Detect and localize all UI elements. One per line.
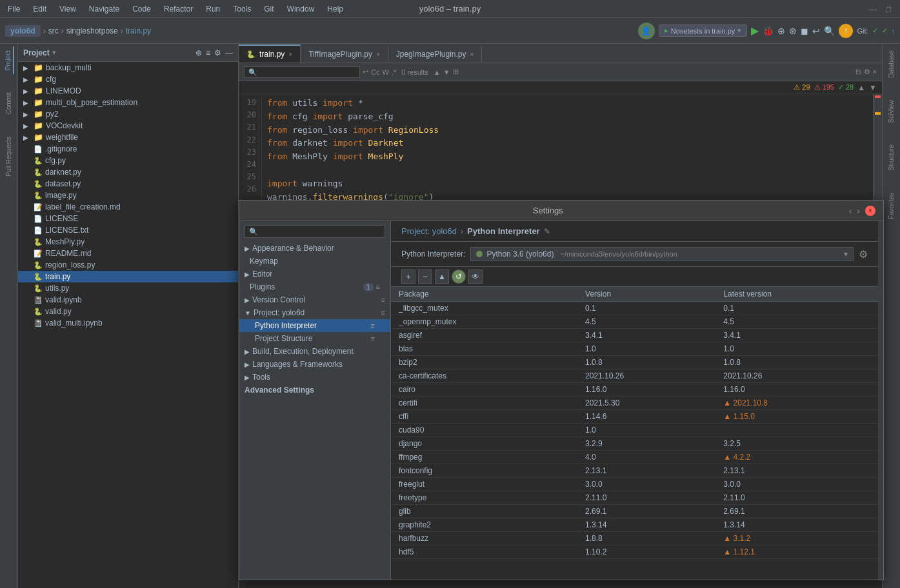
maximize-btn[interactable]: □ <box>886 5 891 14</box>
col-package[interactable]: Package <box>391 287 577 302</box>
project-dropdown[interactable]: ▾ <box>52 48 56 57</box>
tree-item[interactable]: 📄 .gitignore <box>18 143 238 155</box>
table-row[interactable]: certifi2021.5.30▲ 2021.10.8 <box>391 397 878 410</box>
nav-item-vcs[interactable]: ▶ Version Control ≡ <box>239 293 390 306</box>
nav-subitem-python-interpreter[interactable]: Python Interpreter ≡ <box>239 319 390 332</box>
stop-button[interactable]: ◼ <box>801 26 808 36</box>
menu-navigate[interactable]: Navigate <box>86 3 122 15</box>
menu-code[interactable]: Code <box>130 3 154 15</box>
notifications-button[interactable]: ! <box>839 24 853 38</box>
table-row[interactable]: glib2.69.12.69.1 <box>391 505 878 518</box>
nav-item-build[interactable]: ▶ Build, Execution, Deployment <box>239 345 390 358</box>
tab-train-py[interactable]: 🐍 train.py × <box>239 44 301 63</box>
table-row[interactable]: cffi1.14.6▲ 1.15.0 <box>391 410 878 424</box>
project-tab[interactable]: Project <box>3 46 14 74</box>
table-row[interactable]: ffmpeg4.0▲ 4.2.2 <box>391 451 878 464</box>
table-row[interactable]: harfbuzz1.8.8▲ 3.1.2 <box>391 532 878 545</box>
tree-item[interactable]: 📄 LICENSE <box>18 213 238 224</box>
breadcrumb-src[interactable]: src <box>48 26 59 35</box>
tree-item[interactable]: ▶ 📁 backup_multi <box>18 62 238 74</box>
coverage-button[interactable]: ⊕ <box>777 26 785 36</box>
tree-item[interactable]: 🐍 valid.py <box>18 306 238 317</box>
whole-word-btn[interactable]: W <box>382 68 388 76</box>
table-row[interactable]: _openmp_mutex4.54.5 <box>391 315 878 329</box>
nav-item-advanced[interactable]: Advanced Settings <box>239 384 390 397</box>
settings-scrollbar[interactable] <box>878 221 883 580</box>
table-row[interactable]: ca-certificates2021.10.262021.10.26 <box>391 369 878 383</box>
settings-edit-icon[interactable]: ✎ <box>544 227 550 236</box>
tree-item[interactable]: 📝 label_file_creation.md <box>18 201 238 213</box>
table-row[interactable]: asgiref3.4.13.4.1 <box>391 329 878 342</box>
tree-item[interactable]: 📝 README.md <box>18 248 238 259</box>
close-search-btn[interactable]: × <box>873 68 877 76</box>
menu-tools[interactable]: Tools <box>230 3 254 15</box>
prev-result-btn[interactable]: ▲ <box>434 68 441 76</box>
run-config-selector[interactable]: ▸ Nosetests in train.py ▾ <box>659 24 748 37</box>
minimize-btn[interactable]: — <box>868 5 877 14</box>
profile-button[interactable]: ⊛ <box>789 26 797 36</box>
project-minimize-btn[interactable]: — <box>225 48 233 57</box>
pkg-refresh-btn[interactable]: ↺ <box>452 270 466 284</box>
pull-requests-tab[interactable]: Pull Requests <box>4 133 14 181</box>
tab-train-py-close[interactable]: × <box>288 51 292 58</box>
tree-item[interactable]: ▶ 📁 py2 <box>18 108 238 120</box>
interpreter-dropdown[interactable]: Python 3.6 (yolo6d) ~/miniconda3/envs/yo… <box>470 247 854 261</box>
pkg-up-btn[interactable]: ▲ <box>435 270 449 284</box>
settings-fwd-btn[interactable]: › <box>857 206 860 216</box>
database-tab[interactable]: Database <box>886 46 896 82</box>
tab-tiff-plugin[interactable]: TiffImagePlugin.py × <box>301 46 388 63</box>
favorites-tab[interactable]: Favorites <box>886 189 896 223</box>
open-editor-btn[interactable]: ⊞ <box>453 68 459 76</box>
settings-back-btn[interactable]: ‹ <box>849 206 852 216</box>
table-row[interactable]: bzip21.0.81.0.8 <box>391 356 878 369</box>
tree-item-selected[interactable]: 🐍 train.py <box>18 271 238 282</box>
menu-edit[interactable]: Edit <box>30 3 49 15</box>
settings-breadcrumb-project[interactable]: Project: yolo6d <box>401 226 457 236</box>
commit-tab[interactable]: Commit <box>4 88 14 118</box>
interpreter-settings-gear[interactable]: ⚙ <box>859 248 868 260</box>
nav-item-plugins[interactable]: Plugins 1 ≡ <box>239 280 390 293</box>
breadcrumb-file[interactable]: train.py <box>126 26 151 35</box>
menu-help[interactable]: Help <box>325 3 346 15</box>
next-result-btn[interactable]: ▼ <box>443 68 450 76</box>
tree-item[interactable]: ▶ 📁 LINEMOD <box>18 85 238 97</box>
search-input[interactable] <box>244 66 360 78</box>
breadcrumb-dir[interactable]: singleshotpose <box>66 26 118 35</box>
menu-window[interactable]: Window <box>285 3 317 15</box>
table-row[interactable]: fontconfig2.13.12.13.1 <box>391 464 878 478</box>
expand-errors-btn[interactable]: ▲ <box>857 83 865 92</box>
menu-file[interactable]: File <box>5 3 23 15</box>
col-version[interactable]: Version <box>577 287 715 302</box>
table-row[interactable]: hdf51.10.2▲ 1.12.1 <box>391 545 878 559</box>
table-row[interactable]: freetype2.11.02.11.0 <box>391 491 878 505</box>
nav-subitem-project-structure[interactable]: Project Structure ≡ <box>239 332 390 345</box>
settings-close-btn[interactable]: × <box>865 206 875 216</box>
tree-item[interactable]: 🐍 dataset.py <box>18 178 238 190</box>
settings-btn[interactable]: ⚙ <box>864 68 870 76</box>
nav-item-keymap[interactable]: Keymap <box>239 255 390 268</box>
regex-btn[interactable]: .* <box>392 68 396 76</box>
match-case-btn[interactable]: Cc <box>371 68 379 76</box>
project-collapse-btn[interactable]: ≡ <box>206 48 210 57</box>
nav-item-languages[interactable]: ▶ Languages & Frameworks <box>239 358 390 371</box>
tree-item[interactable]: 🐍 region_loss.py <box>18 259 238 271</box>
table-row[interactable]: freeglut3.0.03.0.0 <box>391 478 878 491</box>
pkg-add-btn[interactable]: + <box>401 270 415 284</box>
tree-item[interactable]: 📓 valid_multi.ipynb <box>18 317 238 329</box>
structure-tab[interactable]: Structure <box>886 141 896 175</box>
project-label[interactable]: yolo6d <box>5 25 41 37</box>
nav-item-appearance[interactable]: ▶ Appearance & Behavior <box>239 242 390 255</box>
tree-item[interactable]: ▶ 📁 VOCdevkit <box>18 120 238 132</box>
menu-view[interactable]: View <box>57 3 79 15</box>
project-settings-btn[interactable]: ⚙ <box>214 48 221 57</box>
tree-item[interactable]: 🐍 MeshPly.py <box>18 236 238 248</box>
tree-item[interactable]: 📄 LICENSE.txt <box>18 224 238 236</box>
nav-item-editor[interactable]: ▶ Editor <box>239 268 390 280</box>
tree-item[interactable]: 📓 valid.ipynb <box>18 294 238 306</box>
tree-item[interactable]: 🐍 image.py <box>18 190 238 201</box>
debug-button[interactable]: 🐞 <box>763 26 774 36</box>
avatar[interactable]: 👤 <box>638 23 655 39</box>
table-row[interactable]: graphite21.3.141.3.14 <box>391 518 878 532</box>
table-row[interactable]: cuda901.0 <box>391 424 878 437</box>
menu-run[interactable]: Run <box>203 3 223 15</box>
